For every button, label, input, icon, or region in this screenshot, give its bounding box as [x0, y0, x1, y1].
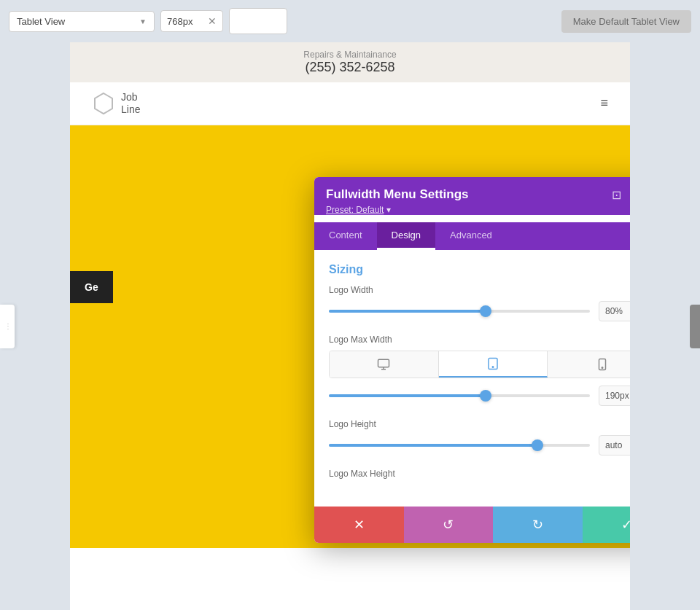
redo-button[interactable]: ↻	[493, 507, 583, 543]
section-title: Sizing	[329, 263, 363, 276]
logo-width-slider[interactable]	[329, 304, 590, 318]
slider-thumb[interactable]	[480, 390, 491, 402]
logo-height-slider-row	[329, 435, 630, 455]
view-selector[interactable]: Tablet View ▼	[9, 11, 155, 32]
slider-track	[329, 310, 590, 313]
px-input-wrap: ✕	[160, 10, 223, 32]
panel-title: Fullwidth Menu Settings	[326, 187, 468, 202]
logo-hex-icon	[92, 92, 115, 115]
logo-max-width-input[interactable]	[599, 386, 630, 406]
canvas-area: ⋮ Repairs & Maintainance (255) 352-6258 …	[0, 42, 700, 610]
tablet-icon	[486, 357, 499, 370]
slider-fill	[329, 310, 486, 313]
svg-rect-1	[378, 359, 389, 367]
handle-dots-icon: ⋮	[4, 322, 10, 330]
panel-title-row: Fullwidth Menu Settings ⊡ ⊞ ⋮	[326, 187, 630, 202]
device-tab-desktop[interactable]	[330, 351, 439, 378]
logo-width-input[interactable]	[599, 301, 630, 321]
site-repairs-text: Repairs & Maintainance	[77, 50, 623, 60]
svg-point-5	[492, 367, 494, 368]
tab-content[interactable]: Content	[314, 222, 377, 250]
logo-width-label: Logo Width	[329, 285, 630, 295]
site-phone: (255) 352-6258	[77, 60, 623, 75]
logo-max-width-field: Logo Max Width	[329, 335, 630, 406]
logo-max-height-field: Logo Max Height	[329, 469, 630, 479]
device-tabs	[329, 351, 630, 378]
chevron-down-icon: ▼	[139, 17, 147, 26]
mobile-icon	[596, 358, 609, 371]
slider-track	[329, 444, 590, 447]
resize-handle-right[interactable]	[690, 305, 700, 348]
cancel-button[interactable]: ✕	[314, 507, 404, 543]
slider-thumb[interactable]	[480, 305, 491, 317]
hero-banner: Ge	[70, 271, 113, 303]
hamburger-icon[interactable]: ≡	[600, 95, 608, 111]
site-logo: JobLine	[92, 91, 140, 116]
panel-body: Sizing ⋮ Logo Width	[314, 250, 630, 507]
slider-fill	[329, 394, 486, 397]
make-default-btn[interactable]: Make Default Tablet View	[561, 10, 691, 33]
panel-tabs: Content Design Advanced	[314, 222, 630, 250]
logo-max-width-slider[interactable]	[329, 388, 590, 403]
section-header: Sizing ⋮	[329, 250, 630, 285]
logo-height-label: Logo Height	[329, 419, 630, 429]
panel-icons: ⊡ ⊞ ⋮	[612, 188, 630, 202]
logo-text: JobLine	[121, 91, 140, 116]
logo-max-width-slider-row	[329, 386, 630, 406]
panel-header: Fullwidth Menu Settings ⊡ ⊞ ⋮ Preset: De…	[314, 177, 630, 215]
tab-advanced[interactable]: Advanced	[435, 222, 507, 250]
logo-max-height-label: Logo Max Height	[329, 469, 630, 479]
slider-fill	[329, 444, 537, 447]
logo-max-width-label: Logo Max Width	[329, 335, 630, 345]
svg-marker-0	[95, 93, 112, 114]
site-nav: JobLine ≡	[70, 82, 630, 125]
website-preview: Repairs & Maintainance (255) 352-6258 Jo…	[70, 42, 630, 610]
reset-button[interactable]: ↺	[404, 507, 494, 543]
panel-footer: ✕ ↺ ↻ ✓	[314, 507, 630, 543]
site-topbar: Repairs & Maintainance (255) 352-6258	[70, 42, 630, 82]
slider-track	[329, 394, 590, 397]
logo-width-slider-row	[329, 301, 630, 321]
desktop-icon	[377, 358, 390, 371]
tab-design[interactable]: Design	[377, 222, 435, 250]
save-button[interactable]: ✓	[583, 507, 631, 543]
logo-height-field: Logo Height	[329, 419, 630, 455]
device-tab-tablet[interactable]	[439, 351, 548, 378]
svg-point-7	[602, 367, 603, 369]
device-tab-mobile[interactable]	[548, 351, 630, 378]
panel-preset[interactable]: Preset: Default ▾	[326, 205, 630, 215]
settings-panel: Fullwidth Menu Settings ⊡ ⊞ ⋮ Preset: De…	[314, 177, 630, 543]
extra-input	[229, 8, 287, 34]
px-input[interactable]	[167, 16, 203, 27]
expand-icon[interactable]: ⊡	[612, 188, 621, 202]
slider-thumb[interactable]	[532, 439, 543, 451]
close-icon[interactable]: ✕	[208, 15, 217, 27]
view-selector-label: Tablet View	[17, 16, 65, 27]
logo-height-input[interactable]	[599, 435, 630, 455]
logo-width-field: Logo Width	[329, 285, 630, 321]
top-bar: Tablet View ▼ ✕ Make Default Tablet View	[0, 0, 700, 42]
logo-height-slider[interactable]	[329, 438, 590, 453]
resize-handle-left[interactable]: ⋮	[0, 305, 15, 348]
